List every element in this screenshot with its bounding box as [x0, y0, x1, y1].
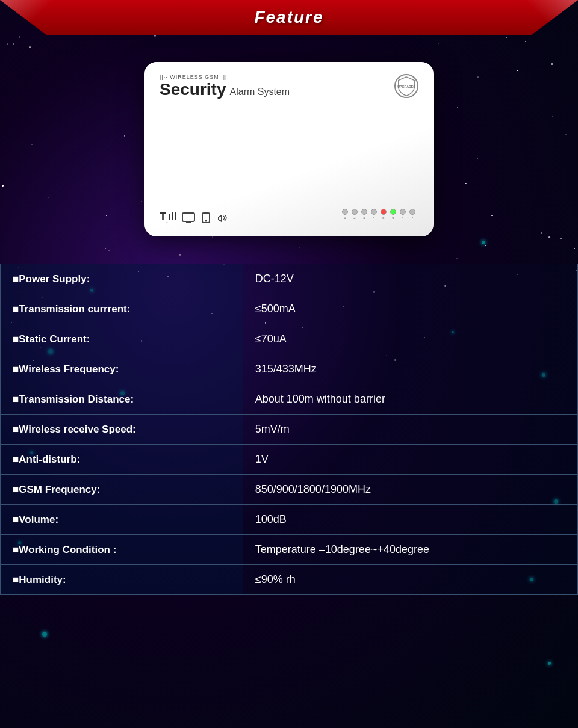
device-name-alarm: Alarm System: [230, 87, 290, 97]
spec-value-cell: ≤500mA: [243, 294, 577, 324]
svg-rect-1: [182, 213, 194, 221]
table-row: ■Power Supply:DC-12V: [1, 264, 578, 294]
spec-value-cell: 850/900/1800/1900MHz: [243, 475, 577, 505]
table-row: ■Volume:100dB: [1, 505, 578, 535]
header-banner: Feature: [0, 0, 578, 35]
header-accent-right: [506, 0, 578, 35]
phone-icon: [200, 212, 212, 223]
speaker-icon: [217, 212, 230, 223]
spec-value-cell: 315/433MHz: [243, 354, 577, 384]
device-badge: UPGRADES: [394, 74, 418, 98]
device-gsm-label: ||·· WIRELESS GSM ·||: [160, 74, 290, 80]
spec-label-cell: ■Transmission Distance:: [1, 384, 243, 415]
spec-value-cell: 1V: [243, 445, 577, 475]
spec-value-cell: DC-12V: [243, 264, 577, 294]
table-row: ■Wireless Frequency:315/433MHz: [1, 354, 578, 384]
monitor-icon: [182, 212, 195, 223]
table-row: ■Humidity:≤90% rh: [1, 565, 578, 595]
device-name-security: Security: [160, 81, 226, 98]
device-middle: [160, 104, 418, 199]
svg-point-5: [205, 220, 207, 221]
table-row: ■Anti-disturb:1V: [1, 445, 578, 475]
spec-label-cell: ■Wireless receive Speed:: [1, 415, 243, 445]
table-row: ■GSM Frequency:850/900/1800/1900MHz: [1, 475, 578, 505]
spec-label-cell: ■Working Condition :: [1, 535, 243, 565]
spec-label-cell: ■Transmission currrent:: [1, 294, 243, 324]
table-row: ■Transmission currrent:≤500mA: [1, 294, 578, 324]
spec-value-cell: ≤70uA: [243, 324, 577, 354]
device-leds: 1 2 3 4 5 6 *: [342, 209, 415, 220]
device-header: ||·· WIRELESS GSM ·|| Security Alarm Sys…: [160, 74, 418, 98]
header-accent-left: [0, 0, 72, 35]
product-area: ||·· WIRELESS GSM ·|| Security Alarm Sys…: [0, 35, 578, 264]
specs-table: ■Power Supply:DC-12V■Transmission currre…: [0, 264, 578, 595]
table-row: ■Transmission Distance:About 100m withou…: [1, 384, 578, 415]
page-title: Feature: [254, 8, 323, 27]
spec-label-cell: ■GSM Frequency:: [1, 475, 243, 505]
table-row: ■Wireless receive Speed:5mV/m: [1, 415, 578, 445]
spec-value-cell: 100dB: [243, 505, 577, 535]
spec-value-cell: 5mV/m: [243, 415, 577, 445]
spec-label-cell: ■Wireless Frequency:: [1, 354, 243, 384]
spec-value-cell: ≤90% rh: [243, 565, 577, 595]
spec-label-cell: ■Static Current:: [1, 324, 243, 354]
spec-label-cell: ■Volume:: [1, 505, 243, 535]
device-image: ||·· WIRELESS GSM ·|| Security Alarm Sys…: [144, 62, 434, 236]
spec-value-cell: About 100m without barrier: [243, 384, 577, 415]
device-title: ||·· WIRELESS GSM ·|| Security Alarm Sys…: [160, 74, 290, 98]
spec-label-cell: ■Anti-disturb:: [1, 445, 243, 475]
spec-label-cell: ■Power Supply:: [1, 264, 243, 294]
spec-label-cell: ■Humidity:: [1, 565, 243, 595]
spec-value-cell: Temperature –10degree~+40degree: [243, 535, 577, 565]
table-row: ■Static Current:≤70uA: [1, 324, 578, 354]
svg-text:UPGRADES: UPGRADES: [397, 85, 415, 88]
signal-icon: T.ıll: [160, 211, 177, 224]
table-row: ■Working Condition :Temperature –10degre…: [1, 535, 578, 565]
